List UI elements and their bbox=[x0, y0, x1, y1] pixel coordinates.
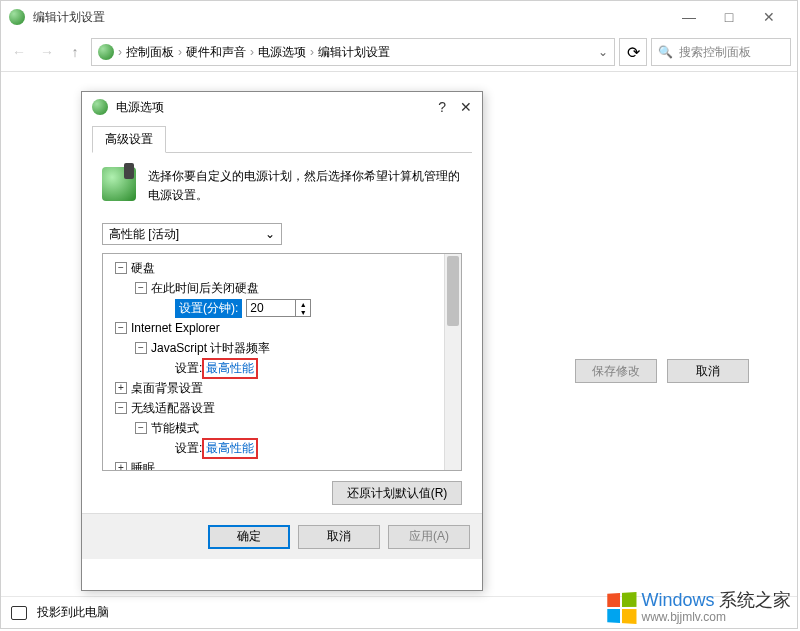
breadcrumb-item[interactable]: 电源选项 bbox=[258, 44, 306, 61]
tree-node-sleep[interactable]: + 睡眠 bbox=[105, 458, 459, 471]
dialog-title: 电源选项 bbox=[116, 99, 164, 116]
power-plan-icon bbox=[102, 167, 136, 201]
scrollbar-thumb[interactable] bbox=[447, 256, 459, 326]
breadcrumb-dropdown-icon[interactable]: ⌄ bbox=[598, 45, 608, 59]
close-button[interactable]: ✕ bbox=[749, 1, 789, 33]
js-timer-value[interactable]: 最高性能 bbox=[206, 361, 254, 375]
collapse-icon[interactable]: − bbox=[135, 342, 147, 354]
dialog-icon bbox=[92, 99, 108, 115]
dialog-close-button[interactable]: ✕ bbox=[460, 99, 472, 115]
power-plan-select[interactable]: 高性能 [活动] ⌄ bbox=[102, 223, 282, 245]
watermark-url: www.bjjmlv.com bbox=[642, 610, 791, 624]
monitor-icon bbox=[11, 606, 27, 620]
spinner-buttons[interactable]: ▲▼ bbox=[296, 299, 311, 317]
power-options-dialog: 电源选项 ? ✕ 高级设置 选择你要自定义的电源计划，然后选择你希望计算机管理的… bbox=[81, 91, 483, 591]
up-button[interactable]: ↑ bbox=[63, 40, 87, 64]
collapse-icon[interactable]: − bbox=[135, 282, 147, 294]
tab-row: 高级设置 bbox=[92, 126, 472, 153]
expand-icon[interactable]: + bbox=[115, 462, 127, 471]
tree-node-hard-disk[interactable]: − 硬盘 bbox=[105, 258, 459, 278]
scrollbar[interactable] bbox=[444, 254, 461, 470]
tree-node-js-timer[interactable]: − JavaScript 计时器频率 bbox=[105, 338, 459, 358]
breadcrumb-icon bbox=[98, 44, 114, 60]
back-button[interactable]: ← bbox=[7, 40, 31, 64]
tree-node-ie[interactable]: − Internet Explorer bbox=[105, 318, 459, 338]
dialog-cancel-button[interactable]: 取消 bbox=[298, 525, 380, 549]
tree-node-wireless[interactable]: − 无线适配器设置 bbox=[105, 398, 459, 418]
breadcrumb-item[interactable]: 编辑计划设置 bbox=[318, 44, 390, 61]
collapse-icon[interactable]: − bbox=[115, 262, 127, 274]
collapse-icon[interactable]: − bbox=[135, 422, 147, 434]
dialog-body: 高级设置 选择你要自定义的电源计划，然后选择你希望计算机管理的电源设置。 高性能… bbox=[82, 122, 482, 513]
chevron-down-icon: ⌄ bbox=[265, 227, 275, 241]
search-icon: 🔍 bbox=[658, 45, 673, 59]
plan-selected-value: 高性能 [活动] bbox=[109, 226, 179, 243]
app-icon bbox=[9, 9, 25, 25]
expand-icon[interactable]: + bbox=[115, 382, 127, 394]
tab-advanced-settings[interactable]: 高级设置 bbox=[92, 126, 166, 153]
help-button[interactable]: ? bbox=[438, 99, 446, 115]
restore-defaults-button[interactable]: 还原计划默认值(R) bbox=[332, 481, 462, 505]
tree-leaf-wireless-setting[interactable]: 设置: 最高性能 bbox=[105, 438, 459, 458]
breadcrumb-item[interactable]: 控制面板 bbox=[126, 44, 174, 61]
page-action-buttons: 保存修改 取消 bbox=[575, 359, 749, 383]
cancel-button[interactable]: 取消 bbox=[667, 359, 749, 383]
intro-text: 选择你要自定义的电源计划，然后选择你希望计算机管理的电源设置。 bbox=[148, 167, 462, 205]
watermark: Windows 系统之家 www.bjjmlv.com bbox=[606, 591, 791, 624]
forward-button[interactable]: → bbox=[35, 40, 59, 64]
search-placeholder: 搜索控制面板 bbox=[679, 44, 751, 61]
settings-tree: − 硬盘 − 在此时间后关闭硬盘 设置(分钟): ▲▼ − Interne bbox=[102, 253, 462, 471]
save-changes-button[interactable]: 保存修改 bbox=[575, 359, 657, 383]
breadcrumb-sep: › bbox=[118, 45, 122, 59]
window-controls: — □ ✕ bbox=[669, 1, 789, 33]
window-title: 编辑计划设置 bbox=[33, 9, 105, 26]
title-bar: 编辑计划设置 — □ ✕ bbox=[1, 1, 797, 33]
ok-button[interactable]: 确定 bbox=[208, 525, 290, 549]
watermark-sub: 系统之家 bbox=[719, 590, 791, 610]
toolbar: ← → ↑ › 控制面板 › 硬件和声音 › 电源选项 › 编辑计划设置 ⌄ ⟳… bbox=[1, 33, 797, 71]
dialog-footer: 确定 取消 应用(A) bbox=[82, 513, 482, 559]
tree-leaf-minutes: 设置(分钟): ▲▼ bbox=[105, 298, 459, 318]
refresh-button[interactable]: ⟳ bbox=[619, 38, 647, 66]
collapse-icon[interactable]: − bbox=[115, 402, 127, 414]
search-input[interactable]: 🔍 搜索控制面板 bbox=[651, 38, 791, 66]
setting-minutes-label: 设置(分钟): bbox=[175, 299, 242, 318]
windows-logo-icon bbox=[607, 592, 636, 624]
minimize-button[interactable]: — bbox=[669, 1, 709, 33]
collapse-icon[interactable]: − bbox=[115, 322, 127, 334]
breadcrumb-item[interactable]: 硬件和声音 bbox=[186, 44, 246, 61]
minutes-input[interactable] bbox=[246, 299, 296, 317]
tree-leaf-js-setting[interactable]: 设置: 最高性能 bbox=[105, 358, 459, 378]
wireless-mode-value[interactable]: 最高性能 bbox=[206, 441, 254, 455]
projection-label: 投影到此电脑 bbox=[37, 604, 109, 621]
tree-node-turn-off-after[interactable]: − 在此时间后关闭硬盘 bbox=[105, 278, 459, 298]
tree-node-desktop-bg[interactable]: + 桌面背景设置 bbox=[105, 378, 459, 398]
breadcrumb[interactable]: › 控制面板 › 硬件和声音 › 电源选项 › 编辑计划设置 ⌄ bbox=[91, 38, 615, 66]
watermark-brand: Windows bbox=[642, 590, 715, 610]
main-window: 编辑计划设置 — □ ✕ ← → ↑ › 控制面板 › 硬件和声音 › 电源选项… bbox=[0, 0, 798, 629]
dialog-title-bar: 电源选项 ? ✕ bbox=[82, 92, 482, 122]
tree-node-power-saving[interactable]: − 节能模式 bbox=[105, 418, 459, 438]
maximize-button[interactable]: □ bbox=[709, 1, 749, 33]
apply-button[interactable]: 应用(A) bbox=[388, 525, 470, 549]
